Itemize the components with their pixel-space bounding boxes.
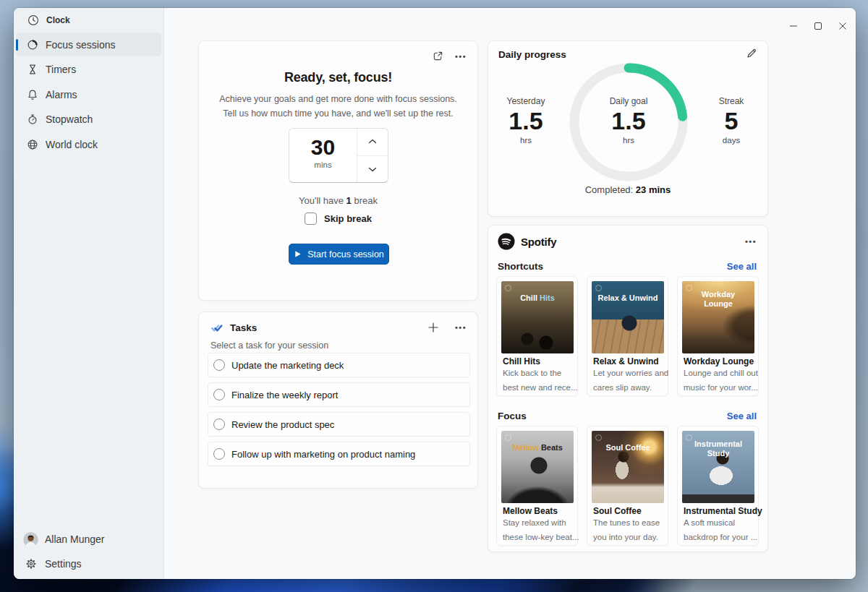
- start-focus-session-button[interactable]: Start focus session: [289, 244, 389, 265]
- task-row[interactable]: Update the marketing deck: [208, 353, 470, 377]
- sidebar-item-settings[interactable]: Settings: [16, 552, 161, 576]
- streak-stat: Streak 5 days: [692, 96, 771, 145]
- clock-app-window: Clock Focus sessions Timers: [14, 8, 856, 579]
- break-info: You'll have 1 break: [199, 195, 477, 206]
- task-radio[interactable]: [213, 359, 225, 371]
- spotify-mini-logo-icon: [595, 285, 602, 291]
- daily-progress-title: Daily progress: [498, 49, 566, 60]
- app-title: Clock: [46, 15, 70, 25]
- playlist-card-mellow-beats[interactable]: Mellow Beats Mellow Beats Stay relaxed w…: [496, 426, 578, 546]
- playlist-card-chill-hits[interactable]: Chill Hits Chill Hits Kick back to thebe…: [496, 276, 578, 396]
- play-icon: [294, 250, 302, 258]
- playlist-cover: InstrumentalStudy: [682, 431, 754, 503]
- spotify-logo-icon: [498, 233, 515, 250]
- minutes-increase-button[interactable]: [357, 129, 388, 156]
- playlist-cover: Mellow Beats: [501, 431, 574, 503]
- focus-section-title: Focus: [498, 411, 527, 421]
- minutes-decrease-button[interactable]: [357, 156, 388, 183]
- app-header: Clock: [14, 8, 163, 30]
- spotify-mini-logo-icon: [595, 434, 602, 441]
- task-row[interactable]: Review the product spec: [208, 412, 470, 437]
- close-button[interactable]: [830, 8, 855, 44]
- sidebar: Clock Focus sessions Timers: [14, 8, 164, 579]
- desktop-wallpaper: Clock Focus sessions Timers: [0, 0, 868, 592]
- user-name: Allan Munger: [45, 533, 105, 545]
- minutes-value: 30: [289, 135, 357, 160]
- spotify-mini-logo-icon: [505, 285, 511, 291]
- minutes-value-box[interactable]: 30 mins: [289, 129, 357, 182]
- stopwatch-icon: [27, 113, 38, 125]
- sidebar-item-label: Timers: [46, 64, 76, 75]
- task-row[interactable]: Finalize the weekly report: [208, 382, 470, 407]
- focus-title: Ready, set, focus!: [199, 70, 477, 85]
- sidebar-nav: Focus sessions Timers Alarms: [14, 30, 163, 156]
- tasks-card: Tasks ••• Select a task for your session…: [198, 312, 478, 489]
- avatar: [23, 532, 38, 547]
- focus-session-card: ••• Ready, set, focus! Achieve your goal…: [198, 40, 478, 301]
- task-radio[interactable]: [213, 389, 225, 400]
- task-radio[interactable]: [213, 448, 225, 460]
- add-task-icon[interactable]: [428, 322, 438, 333]
- spotify-mini-logo-icon: [505, 434, 511, 441]
- spotify-brand: Spotify: [521, 236, 556, 248]
- sidebar-item-focus-sessions[interactable]: Focus sessions: [16, 33, 161, 56]
- minutes-spinner: 30 mins: [289, 128, 388, 183]
- playlist-cover: Chill Hits: [501, 281, 574, 353]
- skip-break-label: Skip break: [324, 213, 372, 224]
- completed-line: Completed: 23 mins: [488, 184, 767, 195]
- playlist-cover: Soul Coffee: [592, 431, 664, 503]
- sidebar-footer: Allan Munger Settings: [16, 527, 161, 576]
- user-account-item[interactable]: Allan Munger: [16, 527, 161, 552]
- minutes-unit: mins: [289, 160, 357, 169]
- sidebar-item-label: Stopwatch: [46, 113, 93, 125]
- tasks-title: Tasks: [230, 322, 257, 333]
- maximize-button[interactable]: [806, 8, 830, 44]
- focus-subtitle: Achieve your goals and get more done wit…: [199, 92, 477, 121]
- daily-goal-stat: Daily goal 1.5 hrs: [589, 96, 668, 145]
- popout-icon[interactable]: [433, 51, 443, 61]
- sidebar-item-label: Alarms: [46, 89, 77, 100]
- playlist-card-relax-unwind[interactable]: Relax & Unwind Relax & Unwind Let your w…: [587, 276, 668, 396]
- playlist-cover: WorkdayLounge: [682, 281, 754, 353]
- task-row[interactable]: Follow up with marketing on product nami…: [208, 442, 470, 466]
- sidebar-item-alarms[interactable]: Alarms: [16, 82, 161, 106]
- playlist-cover: Relax & Unwind: [592, 281, 664, 353]
- clock-app-icon: [27, 14, 39, 26]
- more-options-icon[interactable]: •••: [455, 53, 467, 60]
- sidebar-item-label: Focus sessions: [46, 39, 115, 51]
- sidebar-item-label: World clock: [46, 139, 98, 150]
- edit-icon[interactable]: [746, 48, 757, 59]
- sidebar-item-stopwatch[interactable]: Stopwatch: [16, 108, 161, 132]
- main-content: ••• Ready, set, focus! Achieve your goal…: [164, 8, 856, 579]
- gear-icon: [23, 558, 38, 570]
- alarms-icon: [27, 89, 38, 100]
- playlist-card-instrumental-study[interactable]: InstrumentalStudy Instrumental Study A s…: [677, 426, 759, 546]
- spotify-card: Spotify ••• Shortcuts See all Chill Hits…: [488, 225, 768, 552]
- shortcuts-title: Shortcuts: [498, 261, 543, 272]
- sidebar-item-world-clock[interactable]: World clock: [16, 132, 161, 156]
- window-controls: [781, 8, 855, 44]
- sidebar-item-timers[interactable]: Timers: [16, 58, 161, 82]
- shortcuts-see-all-link[interactable]: See all: [727, 261, 757, 272]
- settings-label: Settings: [45, 558, 82, 570]
- yesterday-stat: Yesterday 1.5 hrs: [486, 96, 566, 145]
- minimize-button[interactable]: [781, 8, 806, 44]
- playlist-card-workday-lounge[interactable]: WorkdayLounge Workday Lounge Lounge and …: [677, 276, 759, 396]
- world-clock-icon: [27, 139, 38, 150]
- todo-app-icon: [210, 322, 223, 334]
- spotify-more-options-icon[interactable]: •••: [745, 238, 757, 245]
- focus-sessions-icon: [27, 39, 38, 51]
- daily-progress-card: Daily progress Yesterday 1.5 hrs Daily: [488, 40, 768, 217]
- timers-icon: [27, 64, 38, 75]
- tasks-more-options-icon[interactable]: •••: [455, 324, 467, 331]
- tasks-subtitle: Select a task for your session: [210, 340, 328, 351]
- skip-break-checkbox[interactable]: [305, 213, 317, 225]
- focus-see-all-link[interactable]: See all: [727, 411, 757, 421]
- task-radio[interactable]: [213, 419, 225, 430]
- playlist-card-soul-coffee[interactable]: Soul Coffee Soul Coffee The tunes to eas…: [587, 426, 668, 546]
